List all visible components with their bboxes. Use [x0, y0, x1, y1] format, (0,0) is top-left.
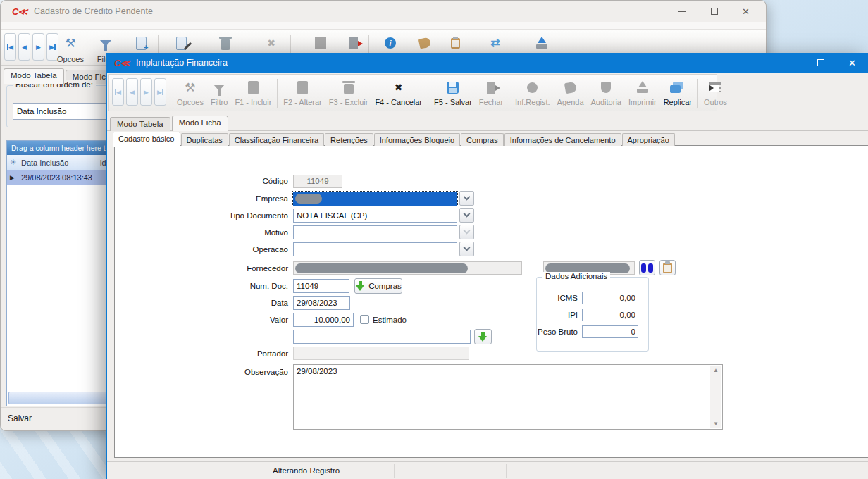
- tag-icon: [418, 37, 432, 49]
- fg-titlebar[interactable]: C≪ Implantação Financeira ✕: [107, 53, 868, 73]
- first-record-button[interactable]: ◀: [112, 78, 124, 106]
- subtab-retencoes[interactable]: Retenções: [325, 133, 373, 146]
- last-record-button[interactable]: ▶: [154, 78, 166, 106]
- fg-minimize-button[interactable]: [773, 63, 805, 63]
- observacao-scrollbar[interactable]: ▲ ▼: [710, 366, 721, 428]
- icms-label: ICMS: [537, 294, 578, 302]
- toolbar-incluir-button[interactable]: F1 - Incluir: [231, 78, 275, 106]
- bg-record-navigator[interactable]: ◀ ◀ ▶ ▶: [4, 33, 58, 61]
- icms-field[interactable]: 0,00: [582, 292, 638, 304]
- bg-excluir-button[interactable]: [209, 34, 242, 52]
- observacao-textarea[interactable]: 29/08/2023 ▲ ▼: [293, 364, 723, 430]
- bg-auditoria-button[interactable]: [439, 34, 471, 52]
- estimado-checkbox[interactable]: [360, 315, 369, 324]
- cancel-icon: [395, 82, 403, 92]
- data-label: Data: [161, 299, 288, 307]
- toolbar-cancelar-button[interactable]: F4 - Cancelar: [371, 78, 426, 106]
- next-record-button[interactable]: ▶: [140, 78, 152, 106]
- search-order-combobox[interactable]: Data Inclusão: [13, 103, 120, 120]
- peso-bruto-field[interactable]: 0: [582, 325, 638, 338]
- toolbar-replicar-button[interactable]: Replicar: [660, 78, 695, 106]
- num-doc-field[interactable]: 11049: [293, 279, 349, 293]
- grid-cell-data-inclusao[interactable]: 29/08/2023 08:13:43: [18, 170, 97, 185]
- fornecedor-search-button[interactable]: [639, 260, 655, 275]
- first-record-button[interactable]: ◀: [4, 33, 16, 61]
- subtab-informacoes-cancelamento[interactable]: Informações de Cancelamento: [504, 133, 621, 146]
- fg-close-button[interactable]: ✕: [836, 58, 868, 68]
- toolbar-agenda-button[interactable]: Agenda: [554, 78, 588, 106]
- audit-icon: [601, 82, 611, 93]
- tab-modo-ficha[interactable]: Modo Ficha: [172, 116, 228, 131]
- tipo-documento-combobox[interactable]: NOTA FISCAL (CP): [293, 209, 457, 223]
- prev-record-button[interactable]: ◀: [18, 33, 30, 61]
- grid-horizontal-scrollbar[interactable]: [8, 392, 121, 404]
- toolbar-alterar-button[interactable]: F2 - Alterar: [280, 78, 325, 106]
- scroll-up-icon[interactable]: ▲: [713, 367, 719, 373]
- subtab-apropriacao[interactable]: Apropriação: [622, 133, 675, 146]
- lookup-action-button[interactable]: [474, 329, 492, 344]
- portador-label: Portador: [161, 349, 288, 358]
- bg-fechar-button[interactable]: [337, 34, 370, 52]
- bg-agenda-button[interactable]: [409, 34, 441, 52]
- operacao-dropdown-button[interactable]: [459, 242, 474, 256]
- fg-maximize-button[interactable]: [805, 59, 836, 66]
- bg-incluir-button[interactable]: +: [125, 34, 157, 52]
- lookup-field[interactable]: [293, 330, 471, 344]
- toolbar-salvar-button[interactable]: F5 - Salvar: [430, 78, 476, 106]
- toolbar-infregist-button[interactable]: Inf.Regist.: [512, 78, 554, 106]
- tab-modo-tabela[interactable]: Modo Tabela: [110, 117, 170, 131]
- bg-alterar-button[interactable]: [165, 34, 197, 52]
- toolbar-opcoes-button[interactable]: Opcoes: [173, 78, 207, 106]
- ipi-field[interactable]: 0,00: [582, 309, 638, 321]
- toolbar-imprimir-button[interactable]: Imprimir: [625, 78, 660, 106]
- empresa-label: Empresa: [161, 194, 288, 203]
- motivo-combobox[interactable]: [293, 225, 457, 240]
- bg-salvar-button[interactable]: [304, 34, 337, 52]
- tipo-documento-dropdown-button[interactable]: [459, 208, 474, 223]
- subtab-informacoes-bloqueio[interactable]: Informações Bloqueio: [374, 133, 460, 146]
- fg-window-title: Implantação Financeira: [136, 58, 228, 68]
- toolbar-outros-button[interactable]: Outros: [700, 78, 731, 106]
- button-label: F3 - Excluir: [329, 98, 368, 106]
- replicate-folders-icon: [670, 82, 685, 94]
- data-field[interactable]: 29/08/2023: [293, 296, 350, 310]
- motivo-dropdown-button[interactable]: [459, 225, 474, 240]
- scroll-down-icon[interactable]: ▼: [713, 421, 719, 427]
- document-edit-icon: [297, 81, 308, 94]
- toolbar-auditoria-button[interactable]: Auditoria: [588, 78, 625, 106]
- bg-imprimir-button[interactable]: [526, 34, 558, 52]
- compras-button[interactable]: Compras: [354, 278, 402, 294]
- bg-tab-modo-tabela[interactable]: Modo Tabela: [4, 68, 64, 84]
- toolbar-filtro-button[interactable]: Filtro: [207, 78, 231, 106]
- next-record-button[interactable]: ▶: [32, 33, 44, 61]
- toolbar-fechar-button[interactable]: Fechar: [476, 78, 507, 106]
- fg-record-navigator[interactable]: ◀ ◀ ▶ ▶: [112, 78, 166, 106]
- prev-record-button[interactable]: ◀: [126, 78, 138, 106]
- bg-minimize-button[interactable]: [666, 11, 698, 12]
- green-down-arrow-icon: [355, 281, 366, 292]
- bg-replicar-button[interactable]: [479, 34, 512, 52]
- fornecedor-paste-button[interactable]: [659, 260, 676, 275]
- toolbar-excluir-button[interactable]: F3 - Excluir: [326, 78, 372, 106]
- bg-infregist-button[interactable]: i: [374, 34, 407, 52]
- fg-status-bar: Alterando Registro: [107, 461, 868, 479]
- bg-cancelar-button[interactable]: [255, 34, 287, 52]
- bg-maximize-button[interactable]: [698, 8, 730, 15]
- exit-door-icon: [349, 37, 358, 49]
- bg-titlebar[interactable]: C≪ Cadastro de Crédito Pendente ✕: [1, 1, 766, 22]
- bg-close-button[interactable]: ✕: [730, 7, 762, 16]
- empresa-dropdown-button[interactable]: [459, 191, 474, 206]
- subtab-classificacao-financeira[interactable]: Classificação Financeira: [229, 133, 324, 146]
- button-label: Fechar: [479, 98, 503, 106]
- grid-column-data-inclusao[interactable]: Data Inclusão: [18, 155, 97, 170]
- compras-button-label: Compras: [368, 282, 402, 290]
- fg-mode-tabs: Modo Tabela Modo Ficha: [107, 113, 868, 131]
- bg-opcoes-button[interactable]: Opcoes: [54, 34, 87, 63]
- operacao-combobox[interactable]: [293, 242, 457, 256]
- subtab-cadastro-basico[interactable]: Cadastro básico: [113, 132, 180, 147]
- subtab-duplicatas[interactable]: Duplicatas: [181, 133, 228, 146]
- wrench-icon: [65, 36, 75, 51]
- valor-field[interactable]: 10.000,00: [293, 313, 354, 327]
- empresa-combobox[interactable]: [293, 192, 457, 206]
- subtab-compras[interactable]: Compras: [461, 133, 504, 146]
